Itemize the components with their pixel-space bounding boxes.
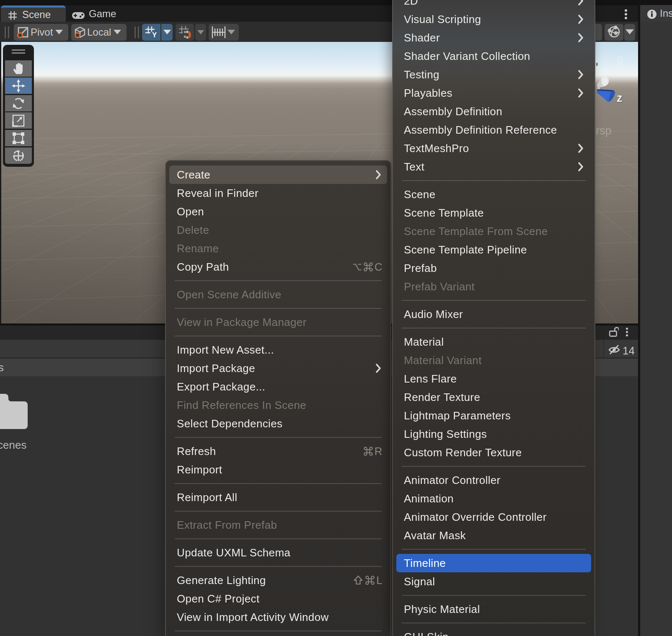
svg-text:Y: Y [152,31,157,39]
